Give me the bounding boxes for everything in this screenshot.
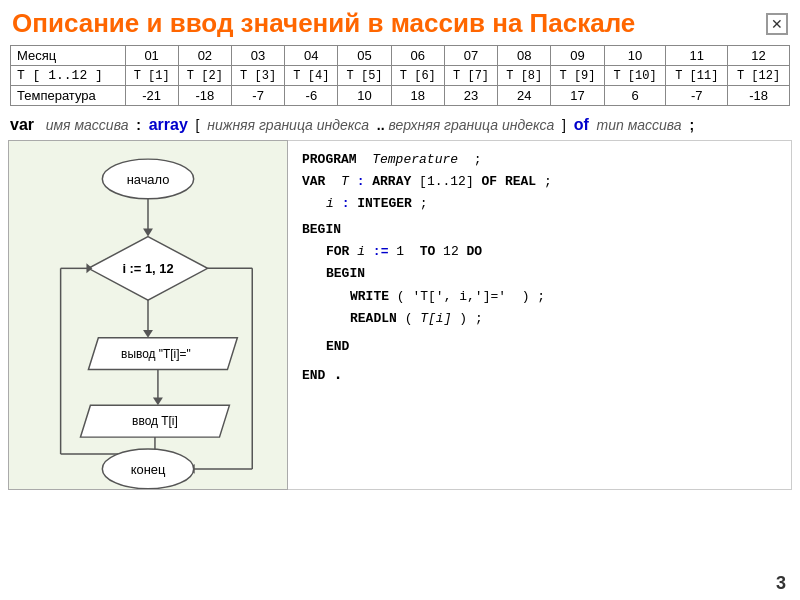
array-keyword: array (149, 116, 188, 133)
of-keyword: of (574, 116, 589, 133)
table-cell: -7 (231, 86, 284, 106)
var-kw: VAR (302, 171, 325, 193)
code-line-6: BEGIN (326, 263, 777, 285)
begin2-kw: BEGIN (326, 263, 365, 285)
close-button[interactable]: ✕ (766, 13, 788, 35)
program-semi: ; (474, 149, 482, 171)
code-line-8: READLN ( T[i] ) ; (350, 308, 777, 330)
table-cell: 08 (498, 46, 551, 66)
var-i: i (326, 193, 334, 215)
table-cell: 10 (338, 86, 391, 106)
table-cell: T [8] (498, 66, 551, 86)
table-cell: T [7] (444, 66, 497, 86)
do-kw: DO (467, 241, 483, 263)
table-section: Месяц010203040506070809101112T [ 1..12 ]… (0, 45, 800, 106)
table-cell: -21 (125, 86, 178, 106)
end1-kw: END (326, 336, 349, 358)
code-line-1: PROGRAM Temperature ; (302, 149, 777, 171)
code-line-7: WRITE ( 'T[', i,']=' ) ; (350, 286, 777, 308)
content-area: начало i := 1, 12 вывод "T[i]=" ввод T[i… (8, 140, 792, 490)
end-dot: . (333, 362, 343, 389)
i-colon: : (342, 193, 350, 215)
table-cell: 07 (444, 46, 497, 66)
end2-kw: END (302, 365, 325, 387)
table-cell: T [3] (231, 66, 284, 86)
var-keyword: var (10, 116, 34, 133)
for-kw: FOR (326, 241, 349, 263)
code-line-2: VAR T : ARRAY [1..12] OF REAL ; (302, 171, 777, 193)
table-cell: 6 (604, 86, 666, 106)
var-t: T (341, 171, 349, 193)
syntax-dotdot: .. (377, 117, 385, 133)
syntax-colon: : (136, 117, 141, 133)
syntax-line: var имя массива : array [ нижняя граница… (0, 110, 800, 140)
integer-kw: INTEGER (357, 193, 412, 215)
svg-marker-14 (86, 263, 92, 273)
code-line-9: END (326, 336, 777, 358)
table-cell: T [11] (666, 66, 728, 86)
syntax-lower: нижняя граница индекса (207, 117, 369, 133)
table-cell: 02 (178, 46, 231, 66)
fc-end-label: конец (131, 462, 166, 477)
table-cell: T [6] (391, 66, 444, 86)
table-cell: 10 (604, 46, 666, 66)
table-cell: 17 (551, 86, 604, 106)
table-cell: 06 (391, 46, 444, 66)
table-row: Температура-21-18-7-610182324176-7-18 (11, 86, 790, 106)
table-cell: T [10] (604, 66, 666, 86)
table-cell: 01 (125, 46, 178, 66)
for-assign: := (373, 241, 389, 263)
readln-close: ) (459, 308, 467, 330)
table-cell: T [2] (178, 66, 231, 86)
table-cell: 09 (551, 46, 604, 66)
svg-marker-5 (143, 330, 153, 338)
table-cell: -7 (666, 86, 728, 106)
to-kw: TO (420, 241, 436, 263)
table-cell: T [9] (551, 66, 604, 86)
table-row-label: Месяц (11, 46, 126, 66)
for-i: i (357, 241, 365, 263)
write-close: ) (522, 286, 530, 308)
table-cell: 11 (666, 46, 728, 66)
write-open: ( (397, 286, 405, 308)
svg-marker-8 (153, 397, 163, 405)
table-row: Месяц010203040506070809101112 (11, 46, 790, 66)
readln-semi: ; (475, 308, 483, 330)
syntax-bracket-open: [ (196, 117, 200, 133)
flowchart-svg: начало i := 1, 12 вывод "T[i]=" ввод T[i… (9, 141, 287, 489)
table-cell: T [12] (728, 66, 790, 86)
fc-output-label: вывод "T[i]=" (121, 347, 191, 361)
page-title: Описание и ввод значений в массив на Пас… (12, 8, 635, 39)
begin-kw: BEGIN (302, 219, 341, 241)
table-cell: T [5] (338, 66, 391, 86)
table-cell: 05 (338, 46, 391, 66)
data-table: Месяц010203040506070809101112T [ 1..12 ]… (10, 45, 790, 106)
write-kw: WRITE (350, 286, 389, 308)
fc-input-label: ввод T[i] (132, 414, 178, 428)
table-cell: -18 (178, 86, 231, 106)
for-from: 1 (396, 241, 404, 263)
table-cell: 18 (391, 86, 444, 106)
readln-kw: READLN (350, 308, 397, 330)
syntax-semi: ; (689, 117, 694, 133)
header: Описание и ввод значений в массив на Пас… (0, 0, 800, 45)
fc-loop-label: i := 1, 12 (122, 261, 173, 276)
flowchart-panel: начало i := 1, 12 вывод "T[i]=" ввод T[i… (8, 140, 288, 490)
table-cell: 04 (285, 46, 338, 66)
table-cell: -18 (728, 86, 790, 106)
code-line-10: END . (302, 362, 777, 389)
var-colon: : (357, 171, 365, 193)
syntax-name: имя массива (46, 117, 129, 133)
table-row-label: T [ 1..12 ] (11, 66, 126, 86)
program-keyword: PROGRAM (302, 149, 357, 171)
real-kw: REAL (505, 171, 536, 193)
table-cell: T [4] (285, 66, 338, 86)
write-semi: ; (537, 286, 545, 308)
table-cell: T [1] (125, 66, 178, 86)
fc-start-label: начало (127, 172, 170, 187)
code-line-4: BEGIN (302, 219, 777, 241)
syntax-type: тип массива (597, 117, 682, 133)
table-cell: 03 (231, 46, 284, 66)
code-line-5: FOR i := 1 TO 12 DO (326, 241, 777, 263)
i-semi: ; (420, 193, 428, 215)
